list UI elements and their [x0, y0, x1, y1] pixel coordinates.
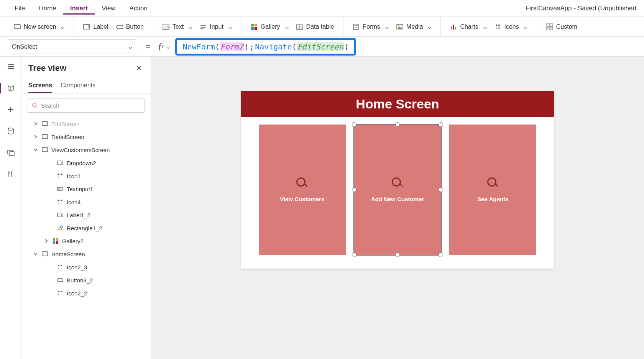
media-icon — [396, 23, 403, 30]
svg-point-69 — [58, 291, 59, 292]
formula-token-rparen2: ) — [344, 42, 349, 51]
selection-handle[interactable] — [439, 122, 443, 127]
tree-node-label1_2[interactable]: Label1_2 — [21, 208, 148, 221]
text-button[interactable]: ab Text — [159, 21, 196, 33]
custom-button[interactable]: Custom — [542, 21, 581, 33]
media-button[interactable]: Media — [393, 21, 435, 33]
screen-icon — [41, 120, 48, 127]
tree-toggle-icon[interactable] — [48, 290, 54, 296]
button-button[interactable]: Button — [112, 21, 148, 33]
tree-toggle-icon[interactable] — [44, 238, 49, 244]
hamburger-icon[interactable] — [5, 61, 17, 73]
menu-home[interactable]: Home — [32, 2, 63, 15]
svg-point-53 — [58, 174, 59, 175]
selection-handle[interactable] — [395, 122, 400, 127]
settings-rail-icon[interactable] — [5, 168, 17, 180]
fx-label[interactable]: fx — [159, 42, 170, 51]
tab-screens[interactable]: Screens — [28, 79, 52, 93]
data-icon[interactable] — [5, 125, 17, 137]
data-table-label: Data table — [306, 23, 334, 30]
tile-label: View Customers — [280, 196, 324, 202]
search-icon — [296, 177, 308, 189]
svg-point-57 — [58, 200, 59, 201]
property-selector[interactable]: OnSelect — [7, 39, 137, 54]
data-table-button[interactable]: Data table — [292, 21, 338, 33]
selection-handle[interactable] — [395, 252, 400, 257]
label-icon — [83, 23, 90, 30]
svg-rect-51 — [42, 148, 48, 152]
tree-toggle-icon[interactable] — [48, 160, 54, 166]
screen-icon — [14, 23, 21, 30]
tree-toggle-icon[interactable] — [48, 277, 54, 283]
svg-rect-49 — [42, 121, 48, 126]
charts-button[interactable]: Charts — [446, 21, 490, 33]
tree-toggle-icon[interactable] — [48, 264, 54, 270]
menu-insert[interactable]: Insert — [63, 2, 95, 15]
input-icon — [200, 23, 207, 30]
selection-handle[interactable] — [439, 252, 443, 257]
text-label: Text — [172, 23, 184, 30]
tree-node-gallery2[interactable]: Gallery2 — [21, 234, 148, 248]
custom-icon — [546, 23, 553, 30]
tree-node-rectangle1_2[interactable]: Rectangle1_2 — [21, 221, 148, 234]
tree-node-button3_2[interactable]: Button3_2 — [21, 274, 148, 287]
tree-node-icon4[interactable]: Icon4 — [21, 195, 148, 208]
media-rail-icon[interactable] — [5, 146, 17, 159]
tree-node-homescreen[interactable]: HomeScreen — [21, 248, 148, 261]
tile-view-customers[interactable]: View Customers — [259, 125, 346, 255]
tree-node-viewcustomersscreen[interactable]: ViewCustomersScreen — [21, 143, 148, 156]
tree-node-detailscreen[interactable]: DetailScreen — [21, 130, 148, 143]
forms-button[interactable]: Forms — [349, 21, 392, 33]
tile-see-agents[interactable]: See Agents — [449, 125, 536, 255]
icons-button[interactable]: Icons — [491, 21, 531, 33]
menu-action[interactable]: Action — [123, 2, 154, 15]
tree-node-label: DetailScreen — [51, 134, 84, 140]
tree-scroll[interactable]: EditScreenDetailScreenViewCustomersScree… — [21, 117, 151, 359]
new-screen-button[interactable]: New screen — [10, 21, 68, 33]
tree-node-editscreen[interactable]: EditScreen — [21, 117, 148, 130]
close-icon[interactable]: ✕ — [134, 62, 144, 74]
tree-node-icon2_3[interactable]: Icon2_3 — [21, 261, 148, 274]
app-title: FirstCanvasApp - Saved (Unpublished — [526, 5, 636, 12]
tree-node-dropdown2[interactable]: Dropdown2 — [21, 156, 148, 169]
formula-input[interactable]: NewForm ( Form2 ) ; Navigate ( EditScree… — [175, 38, 356, 56]
tree-toggle-icon[interactable] — [33, 134, 38, 139]
label-button[interactable]: Label — [79, 21, 112, 33]
svg-rect-21 — [451, 26, 452, 30]
tree-toggle-icon[interactable] — [48, 199, 54, 205]
selection-handle[interactable] — [352, 252, 356, 257]
tree-node-icon2_2[interactable]: Icon2_2 — [21, 287, 148, 300]
input-button[interactable]: Input — [196, 21, 236, 33]
tree-toggle-icon[interactable] — [48, 173, 54, 179]
svg-rect-22 — [453, 25, 454, 30]
tree-view-icon[interactable] — [5, 82, 17, 94]
chevron-down-icon — [128, 45, 132, 49]
tree-toggle-icon[interactable] — [33, 121, 38, 126]
tree-node-icon1[interactable]: Icon1 — [21, 169, 148, 182]
tree-toggle-icon[interactable] — [48, 212, 54, 218]
tab-components[interactable]: Components — [61, 79, 95, 93]
tree-node-textinput1[interactable]: abTextInput1 — [21, 182, 148, 195]
tree-search-input[interactable]: Search — [28, 98, 145, 113]
menu-file[interactable]: File — [8, 2, 32, 15]
search-icon — [487, 177, 499, 189]
svg-point-44 — [8, 172, 10, 174]
selection-handle[interactable] — [352, 122, 356, 127]
main-area: Tree view ✕ Screens Components Search Ed… — [0, 57, 644, 359]
svg-rect-0 — [14, 25, 20, 29]
selection-handle[interactable] — [352, 187, 356, 192]
menu-view[interactable]: View — [95, 2, 123, 15]
selection-handle[interactable] — [439, 187, 443, 192]
tree-toggle-icon[interactable] — [48, 186, 54, 192]
text-icon: ab — [163, 23, 169, 30]
gallery-button[interactable]: Gallery — [247, 21, 292, 33]
tree-toggle-icon[interactable] — [33, 251, 38, 257]
equals-sign: = — [143, 42, 153, 51]
plus-icon[interactable] — [5, 103, 17, 116]
chevron-down-icon — [188, 25, 192, 29]
tree-toggle-icon[interactable] — [33, 147, 38, 152]
tree-toggle-icon[interactable] — [48, 225, 54, 231]
canvas-area[interactable]: Home Screen View CustomersAdd New Custom… — [151, 57, 644, 359]
tree-node-label: Gallery2 — [62, 238, 84, 244]
tile-add-new-customer[interactable]: Add New Customer — [354, 125, 441, 255]
